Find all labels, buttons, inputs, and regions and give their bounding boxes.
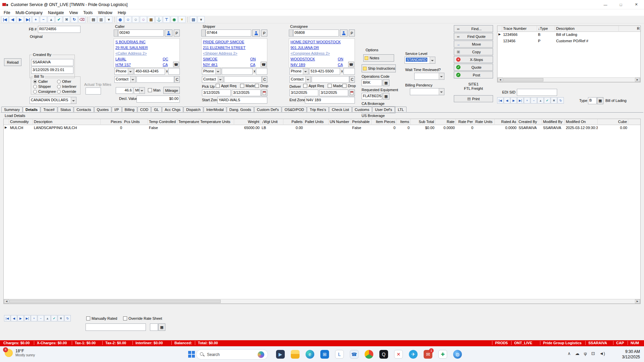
nav-next-icon[interactable]: ▶ (17, 315, 24, 321)
shipper-phone-type-combo[interactable]: Phone (202, 68, 221, 75)
nav-edit-icon[interactable]: ▲ (44, 315, 51, 321)
column-header-items[interactable]: Items (396, 119, 411, 125)
actual-trip-miles-field[interactable] (86, 87, 101, 95)
scroll-right-arrow[interactable]: ▶ (635, 299, 640, 303)
caller-province-link[interactable]: QC (163, 57, 168, 61)
revert-icon[interactable]: ⌫ (78, 16, 86, 23)
shipper-contact-button[interactable]: C (262, 76, 267, 83)
tab-billing[interactable]: Billing (122, 107, 137, 112)
consignee-date-from-field[interactable]: 3/12/2025 (289, 89, 318, 96)
type-field[interactable]: B (588, 97, 597, 104)
nav-next-icon[interactable]: ▶ (511, 97, 517, 104)
load-details-row[interactable]: ▶MULCHLANDSCAPPING MULCH0False65000.00LB… (4, 125, 640, 131)
nav-first-icon[interactable]: |◀ (1, 16, 8, 23)
nav-prior-icon[interactable]: ◀ (11, 315, 17, 321)
tab-cod[interactable]: COD (138, 107, 151, 112)
nav-cancel-icon[interactable]: ✖ (58, 315, 64, 321)
billing-pendency-combo[interactable] (410, 88, 444, 95)
column-header-un-number[interactable]: UN Number (329, 119, 351, 125)
tab-user-def-s[interactable]: User Def's (372, 107, 395, 112)
nav-next-icon[interactable]: ▶ (17, 16, 24, 23)
insert-record-icon[interactable]: + (32, 16, 39, 23)
consignee-country-link[interactable]: CA (338, 63, 343, 67)
column-header-pallet-units[interactable]: Pallet Units (304, 119, 329, 125)
tab-trip-res-s[interactable]: Trip Res's (307, 107, 329, 112)
edit-record-icon[interactable]: ▲ (48, 16, 55, 23)
declared-value-field[interactable]: $0.00 (137, 96, 180, 103)
nav-cancel-icon[interactable]: ✖ (551, 97, 557, 104)
customer-icon[interactable]: ☺ (124, 16, 131, 23)
fb-number-field[interactable]: R0724856 (38, 26, 80, 33)
column-header-created-by[interactable]: Created By (518, 119, 542, 125)
trace-col-type[interactable]: ↓Type (537, 26, 555, 32)
reload-button[interactable]: Reload (4, 58, 21, 66)
close-button[interactable]: ✕ (629, 0, 644, 9)
column-header-commodity[interactable]: Commodity (9, 119, 33, 125)
shipper-made-checkbox[interactable]: Made (240, 84, 255, 88)
nav-post-icon[interactable]: ✔ (51, 315, 57, 321)
tab-customs[interactable]: Customs (352, 107, 372, 112)
ship-instructions-button[interactable]: Ship Instructions (362, 64, 396, 72)
miles-unit-combo[interactable]: MI (134, 87, 145, 94)
tab-acc-chgs[interactable]: Acc Chgs (162, 107, 183, 112)
tab-os-d-pod[interactable]: OS&D/POD (282, 107, 307, 112)
refresh-icon[interactable]: ↻ (71, 16, 78, 23)
find-quote-button[interactable]: ∞Find Quote (454, 33, 493, 40)
wait-time-reviewed-combo[interactable] (414, 73, 444, 80)
nav-refresh-icon[interactable]: ↻ (64, 315, 71, 321)
tab-custom-def-s[interactable]: Custom Def's (254, 107, 282, 112)
phone-link-icon[interactable]: ☎ (347, 348, 362, 361)
web-user-icon[interactable]: ◉ (171, 16, 178, 23)
tow-icon[interactable]: ⊤ (163, 16, 170, 23)
bill-to-radio-shipper[interactable]: Shipper (33, 84, 51, 88)
microphone-icon[interactable]: ψ (584, 351, 587, 356)
scroll-thumb[interactable] (503, 78, 543, 81)
consignee-date-to-field[interactable]: 3/12/2025 (319, 89, 348, 96)
column-header-rate-per[interactable]: Rate Per (456, 119, 474, 125)
consignee-address1-link[interactable]: 901 JULIANA DR (290, 46, 319, 50)
tab-intermodal[interactable]: InterModal (204, 107, 226, 112)
consignee-client-lookup-button[interactable] (340, 29, 347, 37)
start-button[interactable] (185, 349, 198, 360)
consignee-address2-link[interactable]: <Consignee Address 2> (290, 51, 330, 55)
menu-item-file[interactable]: File (1, 10, 13, 15)
quote-button[interactable]: ✔Quote (454, 64, 493, 71)
caller-profile-button[interactable]: P (174, 29, 180, 37)
caller-city-link[interactable]: LAVAL (115, 57, 126, 61)
caller-address2-link[interactable]: <Caller Address 2> (115, 51, 147, 55)
footer-lookup-field[interactable] (150, 323, 158, 331)
shipper-profile-button[interactable]: P (261, 29, 267, 37)
nav-first-icon[interactable]: |◀ (4, 315, 10, 321)
tab-quotes[interactable]: Quotes (94, 107, 111, 112)
scroll-left-arrow[interactable]: ◀ (4, 299, 9, 303)
caller-contact-button[interactable]: C (174, 76, 180, 83)
column-header-pcs-units[interactable]: Pcs Units (123, 119, 148, 125)
tab-trace[interactable]: Trace# (41, 107, 57, 112)
consignee-profile-button[interactable]: P (349, 29, 355, 37)
shipper-contact-field[interactable] (224, 76, 262, 83)
column-header-cube[interactable]: Cube (598, 119, 628, 125)
file-explorer-icon[interactable] (288, 348, 303, 361)
caller-country-link[interactable]: CA (163, 63, 168, 67)
shipper-phone-field[interactable] (222, 68, 253, 75)
shipper-id-field[interactable]: 07464 (206, 29, 251, 37)
anchor-icon[interactable]: ⚓ (155, 16, 162, 23)
filter-icon[interactable]: ▼ (178, 16, 185, 23)
scroll-left-arrow[interactable]: ◀ (498, 78, 503, 82)
caller-company-link[interactable]: S BOUDRIAS INC (115, 40, 146, 44)
consignee-contact-type-combo[interactable]: Contact (289, 76, 311, 83)
column-header-temp-controlled[interactable]: Temp Controlled (148, 119, 177, 125)
post-button[interactable]: ✔Post (454, 71, 493, 78)
consignee-contact-button[interactable]: C (350, 76, 355, 83)
shipper-address1-link[interactable]: 211 ELIZABETH STREET (203, 46, 246, 50)
shipper-contact-type-combo[interactable]: Contact (202, 76, 223, 83)
menu-item-navigate[interactable]: Navigate (45, 10, 66, 15)
trace-row[interactable]: 123456PCustomer PO/Ref # (497, 38, 640, 45)
onedrive-icon[interactable]: ☁ (575, 351, 580, 356)
search-box[interactable]: Search (196, 349, 268, 360)
nav-last-icon[interactable]: ▶| (517, 97, 524, 104)
tab-dang-goods[interactable]: Dang. Goods (227, 107, 254, 112)
tab-contacts[interactable]: Contacts (74, 107, 94, 112)
column-header-modified-by[interactable]: Modified By (542, 119, 565, 125)
nav-insert-icon[interactable]: + (524, 97, 530, 104)
